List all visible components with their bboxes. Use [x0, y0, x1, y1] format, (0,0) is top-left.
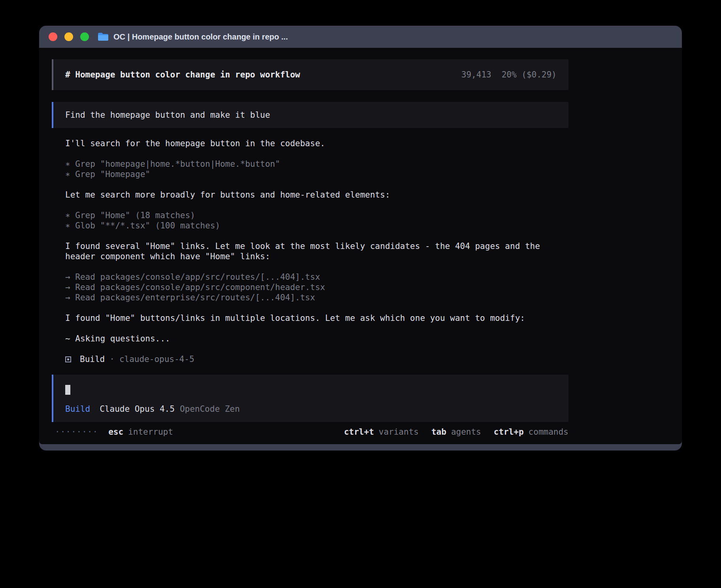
token-count: 39,413 — [461, 70, 491, 79]
shortcut-label: commands — [528, 427, 568, 437]
agent-mode-label[interactable]: Build — [65, 404, 90, 414]
transcript-spacer — [65, 303, 555, 313]
asking-questions-status: ~ Asking questions... — [65, 334, 555, 344]
agent-model: claude-opus-4-5 — [119, 354, 194, 364]
user-message-text: Find the homepage button and make it blu… — [65, 110, 270, 120]
prompt-input[interactable]: Build Claude Opus 4.5 OpenCode Zen — [52, 375, 568, 422]
provider-name: OpenCode Zen — [180, 404, 240, 414]
user-message: Find the homepage button and make it blu… — [52, 102, 568, 128]
esc-key-label: interrupt — [128, 427, 173, 437]
status-bar: ········ esc interrupt ctrl+t variants t… — [52, 427, 568, 437]
shortcut-commands: ctrl+p commands — [494, 427, 568, 437]
terminal-content: # Homepage button color change in repo w… — [39, 48, 682, 444]
shortcut-key: ctrl+t — [344, 427, 374, 437]
tool-call-grep: ∗ Grep "Home" (18 matches) — [65, 210, 555, 220]
tool-call-read: → Read packages/console/app/src/routes/[… — [65, 272, 555, 282]
transcript-spacer — [65, 231, 555, 241]
transcript-line: I'll search for the homepage button in t… — [65, 138, 555, 149]
status-bar-right: ctrl+t variants tab agents ctrl+p comman… — [344, 427, 568, 437]
session-title: # Homepage button color change in repo w… — [65, 70, 300, 80]
tool-call-read: → Read packages/console/app/src/componen… — [65, 282, 555, 292]
transcript-spacer — [65, 262, 555, 272]
session-header: # Homepage button color change in repo w… — [52, 59, 568, 90]
transcript-line: Let me search more broadly for buttons a… — [65, 190, 555, 200]
transcript-spacer — [65, 149, 555, 159]
folder-icon — [98, 32, 109, 41]
zoom-button[interactable] — [80, 32, 89, 41]
traffic-lights — [49, 32, 89, 41]
transcript-spacer — [65, 200, 555, 210]
tool-call-grep: ∗ Grep "homepage|home.*button|Home.*butt… — [65, 159, 555, 169]
transcript-spacer — [65, 179, 555, 190]
status-bar-left: ········ esc interrupt — [55, 427, 173, 437]
agent-status: Build · claude-opus-4-5 — [65, 354, 555, 364]
minimize-button[interactable] — [64, 32, 73, 41]
tool-call-grep: ∗ Grep "Homepage" — [65, 169, 555, 179]
transcript: I'll search for the homepage button in t… — [52, 138, 568, 364]
transcript-line: I found "Home" buttons/links in multiple… — [65, 313, 555, 323]
shortcut-label: agents — [451, 427, 481, 437]
window-titlebar[interactable]: OC | Homepage button color change in rep… — [39, 26, 682, 48]
tool-call-read: → Read packages/enterprise/src/routes/[.… — [65, 292, 555, 303]
terminal-window: OC | Homepage button color change in rep… — [39, 26, 682, 450]
model-status-line: Build Claude Opus 4.5 OpenCode Zen — [65, 404, 557, 414]
window-title: OC | Homepage button color change in rep… — [113, 32, 288, 41]
text-cursor — [65, 385, 70, 395]
context-usage: 20% ($0.29) — [502, 70, 557, 79]
agent-icon — [65, 356, 71, 362]
transcript-spacer — [65, 323, 555, 334]
shortcut-agents: tab agents — [431, 427, 481, 437]
prompt-input-line[interactable] — [65, 385, 557, 395]
transcript-line: I found several "Home" links. Let me loo… — [65, 241, 555, 262]
shortcut-key: ctrl+p — [494, 427, 524, 437]
separator-dot: · — [109, 354, 115, 364]
shortcut-variants: ctrl+t variants — [344, 427, 419, 437]
shortcut-label: variants — [379, 427, 419, 437]
agent-name: Build — [80, 354, 105, 364]
close-button[interactable] — [49, 32, 57, 41]
session-stats: 39,41320% ($0.29) — [461, 70, 557, 80]
model-name: Claude Opus 4.5 — [100, 404, 175, 414]
shortcut-key: tab — [431, 427, 446, 437]
tool-call-glob: ∗ Glob "**/*.tsx" (100 matches) — [65, 220, 555, 231]
desktop: { "window": { "title": "OC | Homepage bu… — [0, 0, 721, 588]
spinner-dots: ········ — [55, 427, 98, 437]
esc-key-hint: esc — [108, 427, 123, 437]
